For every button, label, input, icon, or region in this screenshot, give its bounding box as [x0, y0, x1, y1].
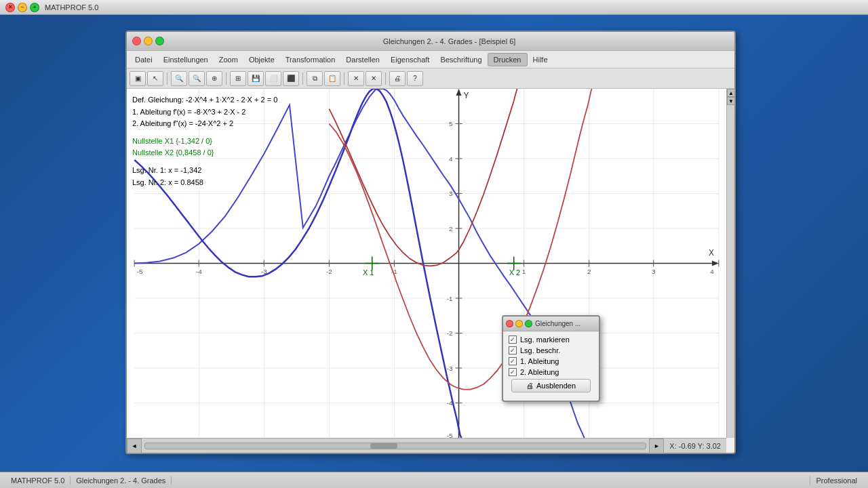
label-ableitung2: 2. Ableitung	[520, 368, 559, 376]
menu-datei[interactable]: Datei	[130, 54, 158, 66]
label-lsg-markieren: Lsg. markieren	[520, 336, 570, 344]
tool-zoom-out[interactable]: 🔍	[189, 71, 205, 86]
lsg-1: Lsg. Nr. 1: x = -1,342	[132, 165, 277, 177]
scroll-track[interactable]	[144, 443, 646, 449]
svg-text:4: 4	[710, 268, 714, 275]
label-ableitung1: 1. Ableitung	[520, 357, 559, 365]
checkbox-ableitung2[interactable]: ✓	[509, 368, 517, 376]
win-close-btn[interactable]	[132, 37, 141, 45]
svg-text:1: 1	[522, 268, 526, 275]
main-window: Gleichungen 2. - 4. Grades - [Beispiel 6…	[125, 30, 736, 454]
svg-text:4: 4	[449, 155, 453, 163]
os-minimize-btn[interactable]: −	[18, 3, 27, 12]
toolbar-separator-3	[302, 73, 303, 85]
ausblenden-label: Ausblenden	[536, 382, 576, 390]
option-ableitung2: ✓ 2. Ableitung	[509, 368, 593, 376]
tool-grid[interactable]: ⊞	[230, 71, 246, 86]
tool-help[interactable]: ?	[407, 71, 423, 86]
scroll-up-btn[interactable]: ▲	[727, 89, 735, 97]
ausblenden-button[interactable]: 🖨 Ausblenden	[511, 379, 591, 392]
menu-hilfe[interactable]: Hilfe	[528, 54, 553, 66]
derivative2-text: 2. Ableitung f"(x) = -24·X^2 + 2	[132, 118, 277, 130]
window-title-bar: Gleichungen 2. - 4. Grades - [Beispiel 6…	[127, 32, 734, 51]
float-maximize-btn[interactable]	[525, 320, 532, 327]
info-overlay: Def. Gleichung: -2·X^4 + 1·X^2 - 2·X + 2…	[132, 94, 277, 188]
scrollbar-right[interactable]: ▲ ▼	[726, 89, 734, 438]
window-title: Gleichungen 2. - 4. Grades - [Beispiel 6…	[170, 37, 729, 45]
scroll-left-btn[interactable]: ◄	[127, 439, 142, 453]
svg-text:Y: Y	[463, 91, 469, 100]
float-close-btn[interactable]	[506, 320, 513, 327]
svg-text:-2: -2	[447, 329, 453, 337]
tool-delete2[interactable]: ✕	[366, 71, 382, 86]
float-panel-title: Gleichungen ...	[535, 320, 580, 327]
tool-delete[interactable]: ✕	[348, 71, 364, 86]
svg-text:X: X	[709, 248, 714, 258]
label-lsg-beschr: Lsg. beschr.	[520, 346, 560, 354]
svg-text:-1: -1	[447, 295, 453, 302]
menu-eigenschaft[interactable]: Eigenschaft	[385, 54, 435, 66]
tool-frame[interactable]: ⬜	[265, 71, 281, 86]
window-controls[interactable]	[132, 37, 164, 45]
win-minimize-btn[interactable]	[144, 37, 153, 45]
scroll-thumb[interactable]	[370, 443, 397, 449]
float-panel: Gleichungen ... ✓ Lsg. markieren ✓ Lsg. …	[502, 315, 600, 402]
lsg-2: Lsg. Nr. 2: x = 0.8458	[132, 177, 277, 189]
os-title: MATHPROF 5.0	[45, 3, 98, 12]
os-window-controls[interactable]: ✕ − +	[5, 3, 39, 12]
menu-bar: Datei Einstellungen Zoom Objekte Transfo…	[127, 51, 734, 68]
printer-icon: 🖨	[526, 382, 534, 390]
menu-transformation[interactable]: Transformation	[280, 54, 341, 66]
tool-zoom-in[interactable]: 🔍	[171, 71, 187, 86]
nullstelle-x2: Nullstelle X2 {0,8458 / 0}	[132, 147, 277, 159]
os-close-btn[interactable]: ✕	[5, 3, 15, 12]
coord-display: X: -0.69 Y: 3.02	[664, 442, 726, 450]
svg-text:-4: -4	[196, 268, 202, 275]
svg-text:2: 2	[449, 225, 453, 232]
svg-text:X 1: X 1	[363, 268, 374, 277]
tool-copy[interactable]: ⧉	[307, 71, 323, 86]
scrollbar-bottom[interactable]: ◄ ► X: -0.69 Y: 3.02	[127, 438, 726, 453]
toolbar-separator-1	[167, 73, 167, 85]
svg-text:-3: -3	[447, 365, 453, 372]
checkbox-lsg-beschr[interactable]: ✓	[509, 346, 517, 354]
option-lsg-beschr: ✓ Lsg. beschr.	[509, 346, 593, 354]
nullstelle-x1: Nullstelle X1 {-1,342 / 0}	[132, 136, 277, 148]
float-minimize-btn[interactable]	[515, 320, 523, 327]
svg-text:X 2: X 2	[509, 268, 520, 277]
win-maximize-btn[interactable]	[155, 37, 164, 45]
scroll-right-btn[interactable]: ►	[649, 439, 664, 453]
checkbox-ableitung1[interactable]: ✓	[509, 357, 517, 365]
status-bar: MATHPROF 5.0 Gleichungen 2. - 4. Grades …	[0, 472, 868, 488]
menu-einstellungen[interactable]: Einstellungen	[158, 54, 214, 66]
menu-drucken[interactable]: Drucken	[488, 53, 528, 66]
svg-text:-5: -5	[447, 432, 453, 438]
menu-darstellen[interactable]: Darstellen	[340, 54, 385, 66]
tool-zoom-fit[interactable]: ⊕	[206, 71, 222, 86]
tool-hand[interactable]: ↖	[147, 71, 163, 86]
menu-beschriftung[interactable]: Beschriftung	[435, 54, 487, 66]
checkbox-lsg-markieren[interactable]: ✓	[509, 336, 517, 344]
tool-paste[interactable]: 📋	[324, 71, 340, 86]
svg-text:2: 2	[587, 268, 591, 275]
tool-pointer[interactable]: ▣	[130, 71, 146, 86]
option-ableitung1: ✓ 1. Ableitung	[509, 357, 593, 365]
option-lsg-markieren: ✓ Lsg. markieren	[509, 336, 593, 344]
equation-def: Def. Gleichung: -2·X^4 + 1·X^2 - 2·X + 2…	[132, 94, 277, 106]
os-maximize-btn[interactable]: +	[30, 3, 39, 12]
menu-objekte[interactable]: Objekte	[243, 54, 280, 66]
scroll-down-btn[interactable]: ▼	[727, 97, 735, 105]
derivative1-text: 1. Ableitung f'(x) = -8·X^3 + 2·X - 2	[132, 106, 277, 119]
tool-save[interactable]: 💾	[248, 71, 264, 86]
menu-zoom[interactable]: Zoom	[214, 54, 243, 66]
float-window-controls[interactable]	[506, 320, 532, 327]
canvas-area: X Y -4 -3 -2 -1 1 2 3 4	[127, 89, 726, 438]
tool-frame2[interactable]: ⬛	[283, 71, 299, 86]
svg-text:5: 5	[449, 120, 453, 127]
toolbar-separator-2	[226, 73, 226, 85]
toolbar: ▣ ↖ 🔍 🔍 ⊕ ⊞ 💾 ⬜ ⬛ ⧉ 📋 ✕ ✕ 🖨 ?	[127, 68, 734, 89]
status-edition: Professional	[810, 476, 863, 485]
svg-text:3: 3	[652, 268, 656, 275]
tool-print[interactable]: 🖨	[389, 71, 406, 86]
toolbar-separator-4	[344, 73, 344, 85]
